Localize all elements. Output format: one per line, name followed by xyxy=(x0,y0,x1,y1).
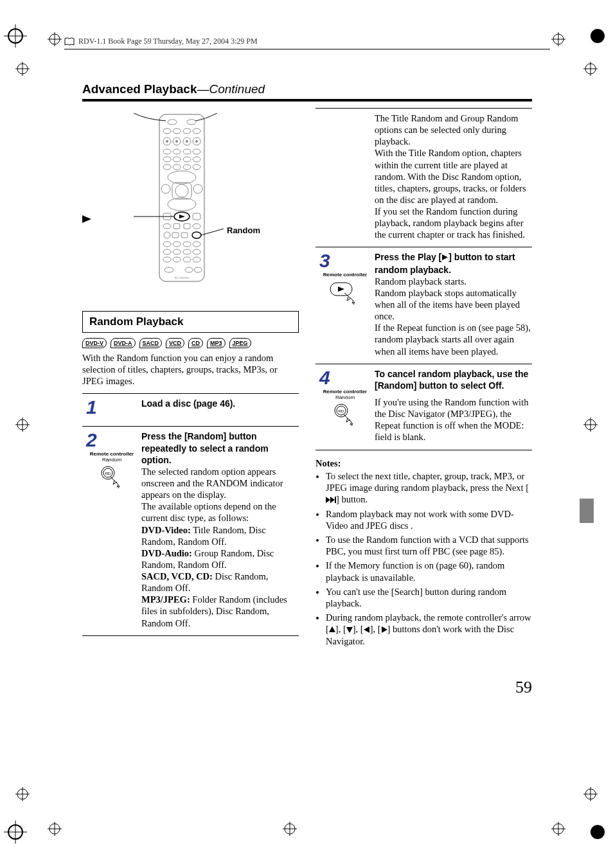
running-head: RDV-1.1 Book Page 59 Thursday, May 27, 2… xyxy=(64,37,258,46)
svg-rect-86 xyxy=(172,233,179,238)
thumb-tab xyxy=(580,499,594,523)
reg-mark-left-mid xyxy=(15,418,30,432)
svg-point-70 xyxy=(168,171,196,184)
svg-marker-117 xyxy=(329,626,335,632)
right-arrow-icon xyxy=(381,624,387,635)
svg-point-44 xyxy=(168,120,177,125)
subsection-heading: Random Playback xyxy=(82,311,299,333)
random-button-icon: RD xyxy=(82,465,141,491)
step-2-opt4: MP3/JPEG: Folder Random (includes files … xyxy=(141,594,299,628)
svg-marker-118 xyxy=(346,627,353,633)
svg-point-58 xyxy=(163,149,171,154)
notes-heading: Notes: xyxy=(315,458,532,469)
step-2-p1: The selected random option appears onscr… xyxy=(141,466,299,500)
svg-point-98 xyxy=(163,257,171,262)
note-6: During random playback, the remote contr… xyxy=(326,612,532,647)
svg-point-72 xyxy=(193,184,202,193)
step-2: 2 Remote controller Random RD Press the … xyxy=(82,427,299,635)
section-title-main: Advanced Playback xyxy=(82,82,197,96)
remote-model-label: RC-581DV xyxy=(174,276,189,279)
svg-point-61 xyxy=(193,149,200,154)
svg-point-90 xyxy=(163,242,171,247)
note-1: To select the next title, chapter, group… xyxy=(326,470,532,506)
step-4: 4 Remote controller Random RD To cancel … xyxy=(315,364,532,450)
step-4-p1: If you're using the Random function with… xyxy=(375,396,532,443)
svg-point-56 xyxy=(186,141,188,143)
badge-dvd-a: DVD-A xyxy=(111,338,136,348)
next-icon xyxy=(326,494,336,506)
svg-marker-120 xyxy=(382,626,387,633)
note-2: Random playback may not work with some D… xyxy=(326,508,532,531)
reg-mark-top-right-outer xyxy=(586,24,609,48)
section-title: Advanced Playback—Continued xyxy=(82,82,532,96)
step-2-opt2: DVD-Audio: Group Random, Disc Random, Ra… xyxy=(141,547,299,571)
badge-dvd-v: DVD-V xyxy=(82,338,107,348)
format-badges: DVD-V DVD-A SACD VCD CD MP3 JPEG xyxy=(82,338,299,348)
svg-point-93 xyxy=(193,242,200,247)
svg-point-97 xyxy=(193,249,200,254)
svg-point-54 xyxy=(166,141,168,143)
running-head-text: RDV-1.1 Book Page 59 Thursday, May 27, 2… xyxy=(78,37,258,46)
play-arrow-icon xyxy=(82,214,91,226)
svg-point-96 xyxy=(183,249,191,254)
section-title-continued: Continued xyxy=(209,82,265,96)
note-5: You can't use the [Search] button during… xyxy=(326,586,532,609)
svg-point-69 xyxy=(193,164,200,170)
reg-mark-top-left-outer xyxy=(4,24,27,48)
svg-point-45 xyxy=(187,120,196,125)
running-head-rule xyxy=(64,49,550,49)
svg-point-81 xyxy=(163,224,171,229)
step-1-number: 1 xyxy=(86,398,141,417)
svg-point-65 xyxy=(193,157,200,162)
reg-mark-bottom-center xyxy=(283,822,297,836)
svg-point-91 xyxy=(173,242,181,247)
svg-point-75 xyxy=(168,198,196,211)
book-icon xyxy=(64,37,75,46)
reg-mark-right-bot xyxy=(583,787,598,801)
svg-point-101 xyxy=(193,257,200,262)
svg-point-48 xyxy=(183,128,191,134)
step-2-number: 2 xyxy=(86,430,141,450)
badge-vcd: VCD xyxy=(166,338,184,348)
step-4-subtitle: Remote controller xyxy=(315,389,375,394)
svg-point-85 xyxy=(164,232,170,238)
step-1-title: Load a disc (page 46). xyxy=(141,398,299,409)
reg-mark-bl-target xyxy=(48,822,62,836)
step-2-subtitle: Remote controller xyxy=(82,451,141,457)
svg-point-64 xyxy=(183,157,191,162)
svg-point-95 xyxy=(173,249,181,254)
svg-point-62 xyxy=(163,157,171,162)
svg-point-46 xyxy=(163,128,171,134)
reg-mark-tr-target xyxy=(551,32,565,46)
remote-diagram: RC-581DV Random xyxy=(82,113,532,306)
step-2-icon-label: Random xyxy=(82,457,141,463)
svg-marker-42 xyxy=(82,215,91,223)
reg-mark-right-top xyxy=(583,62,598,76)
svg-text:RD: RD xyxy=(105,472,111,475)
step-2-title: Press the [Random] button repeatedly to … xyxy=(141,430,299,466)
svg-point-7 xyxy=(591,29,605,43)
badge-mp3: MP3 xyxy=(207,338,226,348)
svg-point-68 xyxy=(183,164,191,170)
svg-point-84 xyxy=(193,224,200,229)
svg-point-35 xyxy=(591,825,605,839)
left-arrow-icon xyxy=(364,624,370,635)
svg-rect-83 xyxy=(184,224,190,229)
note-4: If the Memory function is on (page 60), … xyxy=(326,560,532,583)
reg-mark-left-top xyxy=(15,62,30,76)
svg-point-104 xyxy=(194,267,202,272)
reg-mark-bl-outer xyxy=(4,820,27,844)
svg-point-57 xyxy=(196,141,198,143)
remote-controller-illustration: RC-581DV xyxy=(134,113,224,306)
svg-point-92 xyxy=(183,242,191,247)
reg-mark-left-bot xyxy=(15,787,30,801)
reg-mark-br-target xyxy=(551,822,565,836)
svg-point-66 xyxy=(163,164,171,170)
reg-mark-br-outer xyxy=(586,820,609,844)
svg-marker-115 xyxy=(330,497,335,503)
svg-marker-79 xyxy=(179,215,185,218)
notes-list: To select the next title, chapter, group… xyxy=(315,470,532,648)
svg-point-102 xyxy=(164,267,173,272)
svg-point-71 xyxy=(161,184,170,193)
svg-marker-119 xyxy=(364,626,369,633)
